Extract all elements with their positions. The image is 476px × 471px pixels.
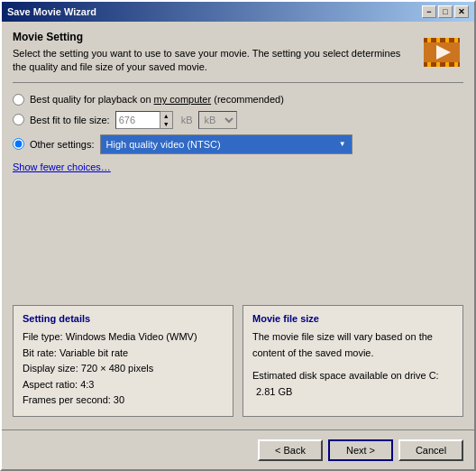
header-section: Movie Setting Select the setting you wan… [13, 31, 463, 83]
minimize-button[interactable]: − [422, 5, 436, 18]
radio-best-quality-label: Best quality for playback on my computer… [30, 94, 284, 105]
disk-space-value: 2.81 GB [256, 384, 453, 401]
spin-up-button[interactable]: ▲ [160, 112, 172, 120]
maximize-button[interactable]: □ [438, 5, 453, 18]
svg-rect-8 [436, 62, 440, 67]
disk-space-label: Estimated disk space available on drive … [252, 368, 453, 384]
footer: < Back Next > Cancel [2, 429, 474, 469]
radio-best-fit-label: Best fit to file size: [30, 115, 110, 125]
setting-details-content: File type: Windows Media Video (WMV) Bit… [23, 329, 224, 409]
spin-arrows: ▲ ▼ [160, 111, 173, 129]
radio-row-3: Other settings: High quality video (NTSC… [13, 134, 463, 154]
title-bar: Save Movie Wizard − □ ✕ [2, 2, 474, 22]
detail-line-3: Display size: 720 × 480 pixels [23, 361, 224, 377]
radio-other-settings[interactable] [13, 138, 24, 150]
dropdown-value: High quality video (NTSC) [106, 139, 221, 150]
file-size-spinbox: ▲ ▼ [115, 111, 173, 129]
detail-line-4: Aspect ratio: 4:3 [23, 377, 224, 393]
details-section: Setting details File type: Windows Media… [13, 305, 463, 417]
detail-line-1: File type: Windows Media Video (WMV) [23, 329, 224, 346]
svg-rect-5 [445, 38, 449, 42]
next-button[interactable]: Next > [328, 439, 393, 461]
unit-dropdown[interactable]: kB MB [198, 111, 237, 129]
setting-details-title: Setting details [23, 313, 224, 324]
setting-details-box: Setting details File type: Windows Media… [13, 305, 233, 417]
settings-select[interactable]: High quality video (NTSC) ▼ [100, 134, 352, 154]
options-section: Best quality for playback on my computer… [13, 90, 463, 172]
radio-other-settings-label: Other settings: [30, 139, 95, 150]
window-title: Save Movie Wizard [7, 6, 96, 17]
my-computer-link: my computer [154, 94, 212, 105]
spin-down-button[interactable]: ▼ [160, 120, 172, 128]
detail-line-5: Frames per second: 30 [23, 392, 224, 409]
header-text: Movie Setting Select the setting you wan… [13, 31, 411, 75]
movie-file-size-title: Movie file size [252, 313, 453, 324]
radio-best-quality[interactable] [13, 94, 24, 106]
radio-row-2: Best fit to file size: ▲ ▼ kB kB MB [13, 111, 463, 129]
header-description: Select the setting you want to use to sa… [13, 47, 411, 75]
svg-rect-10 [454, 62, 458, 67]
detail-line-2: Bit rate: Variable bit rate [23, 346, 224, 362]
show-fewer-link[interactable]: Show fewer choices… [13, 162, 463, 172]
svg-rect-4 [436, 38, 440, 42]
title-bar-controls: − □ ✕ [422, 5, 469, 18]
radio-row-1: Best quality for playback on my computer… [13, 94, 463, 106]
header-title: Movie Setting [13, 31, 411, 43]
radio-best-fit[interactable] [13, 114, 24, 125]
title-bar-left: Save Movie Wizard [7, 6, 96, 17]
cancel-button[interactable]: Cancel [398, 439, 463, 461]
settings-dropdown: High quality video (NTSC) ▼ [100, 134, 352, 154]
movie-file-size-content: The movie file size will vary based on t… [252, 329, 453, 400]
svg-rect-9 [445, 62, 449, 67]
film-icon [420, 31, 463, 74]
svg-rect-3 [427, 38, 431, 42]
content-area: Movie Setting Select the setting you wan… [2, 22, 474, 429]
file-size-unit: kB [181, 115, 193, 125]
back-button[interactable]: < Back [258, 439, 323, 461]
movie-file-size-box: Movie file size The movie file size will… [243, 305, 463, 417]
file-size-input[interactable] [115, 111, 160, 129]
close-button[interactable]: ✕ [454, 5, 469, 18]
movie-file-size-desc: The movie file size will vary based on t… [252, 329, 453, 361]
middle-space [13, 180, 463, 298]
svg-rect-6 [454, 38, 458, 42]
svg-rect-7 [427, 62, 431, 67]
dropdown-arrow-icon: ▼ [339, 140, 346, 148]
save-movie-wizard-window: Save Movie Wizard − □ ✕ Movie Setting Se… [0, 0, 476, 471]
